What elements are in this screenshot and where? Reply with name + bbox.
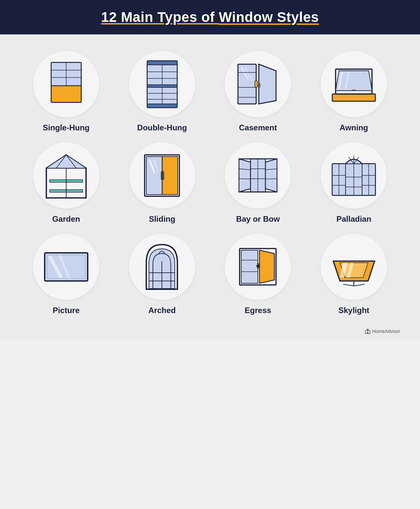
palladian-icon <box>331 154 377 197</box>
list-item: Arched <box>116 234 209 315</box>
picture-icon <box>43 250 89 284</box>
list-item: Skylight <box>307 234 400 315</box>
page-title: 12 Main Types of Window Styles <box>7 9 413 25</box>
svg-point-93 <box>257 265 259 267</box>
palladian-icon-circle <box>321 142 387 208</box>
arched-icon <box>143 243 181 291</box>
svg-rect-8 <box>147 61 177 65</box>
sliding-icon <box>143 153 181 198</box>
casement-icon-circle <box>225 51 291 117</box>
svg-rect-22 <box>255 81 257 87</box>
sliding-icon-circle <box>129 142 195 208</box>
svg-marker-59 <box>265 159 277 192</box>
awning-label: Awning <box>340 123 368 132</box>
double-hung-icon <box>146 60 179 108</box>
list-item: Casement <box>212 51 304 132</box>
casement-icon <box>236 61 279 107</box>
skylight-label: Skylight <box>338 306 369 315</box>
egress-icon <box>238 247 278 287</box>
svg-rect-19 <box>238 64 256 104</box>
homeadvisor-icon <box>365 328 371 334</box>
svg-marker-23 <box>259 64 276 104</box>
egress-label: Egress <box>245 306 271 315</box>
arched-label: Arched <box>148 306 176 315</box>
brand-logo: HomeAdvisor <box>365 328 400 334</box>
skylight-icon <box>330 248 378 286</box>
brand-name: HomeAdvisor <box>372 329 400 334</box>
page-footer: HomeAdvisor <box>0 325 420 341</box>
svg-rect-24 <box>258 83 260 87</box>
list-item: Garden <box>20 142 113 224</box>
svg-line-102 <box>354 284 365 286</box>
bay-or-bow-icon <box>236 156 280 195</box>
double-hung-icon-circle <box>129 51 195 117</box>
svg-marker-92 <box>259 250 274 283</box>
single-hung-label: Single-Hung <box>43 123 89 132</box>
svg-rect-13 <box>147 85 177 87</box>
garden-icon <box>45 153 88 198</box>
single-hung-icon-circle <box>33 51 99 117</box>
picture-icon-circle <box>33 234 99 300</box>
svg-rect-5 <box>51 86 81 102</box>
svg-line-61 <box>265 179 277 179</box>
awning-icon <box>331 64 377 104</box>
list-item: Single-Hung <box>20 51 113 132</box>
svg-rect-18 <box>147 104 177 108</box>
list-item: Palladian <box>307 142 400 224</box>
list-item: Sliding <box>116 142 209 224</box>
picture-label: Picture <box>53 306 79 315</box>
awning-icon-circle <box>321 51 387 117</box>
garden-label: Garden <box>52 214 80 224</box>
window-grid: Single-Hung <box>0 34 420 325</box>
list-item: Egress <box>212 234 304 315</box>
garden-icon-circle <box>33 142 99 208</box>
list-item: Awning <box>307 51 400 132</box>
egress-icon-circle <box>225 234 291 300</box>
svg-line-101 <box>343 284 354 286</box>
palladian-label: Palladian <box>336 214 371 224</box>
svg-rect-28 <box>332 94 375 101</box>
skylight-icon-circle <box>321 234 387 300</box>
casement-label: Casement <box>239 123 277 132</box>
bay-or-bow-label: Bay or Bow <box>236 214 280 224</box>
list-item: Double-Hung <box>116 51 209 132</box>
svg-rect-105 <box>367 332 368 334</box>
bay-or-bow-icon-circle <box>225 142 291 208</box>
sliding-label: Sliding <box>149 214 175 224</box>
list-item: Bay or Bow <box>212 142 304 224</box>
single-hung-icon <box>48 61 84 107</box>
svg-marker-52 <box>239 159 251 192</box>
title-underline: Window Styles <box>219 9 319 25</box>
page-header: 12 Main Types of Window Styles <box>0 0 420 34</box>
arched-icon-circle <box>129 234 195 300</box>
double-hung-label: Double-Hung <box>137 123 187 132</box>
list-item: Picture <box>20 234 113 315</box>
svg-rect-90 <box>241 250 258 283</box>
title-plain: 12 Main Types of <box>101 9 219 25</box>
svg-rect-49 <box>162 157 178 195</box>
svg-line-54 <box>239 179 251 179</box>
